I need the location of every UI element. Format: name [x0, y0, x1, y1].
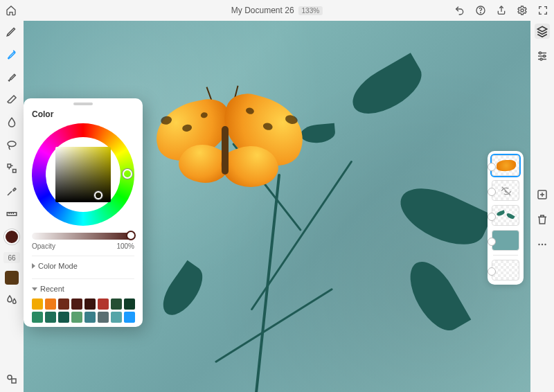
- layer-thumb-hidden[interactable]: [492, 180, 519, 201]
- help-icon[interactable]: [475, 5, 486, 16]
- sliders-icon[interactable]: [535, 48, 550, 64]
- recent-color-swatch[interactable]: [45, 299, 56, 310]
- color-mode-row[interactable]: Color Mode: [32, 256, 134, 273]
- recent-row[interactable]: Recent: [32, 278, 134, 296]
- recent-color-swatch[interactable]: [32, 299, 43, 310]
- undo-icon[interactable]: [454, 5, 465, 16]
- svg-point-9: [540, 58, 542, 60]
- svg-point-8: [544, 55, 546, 57]
- opacity-slider[interactable]: [32, 233, 134, 240]
- recent-colors-grid: [32, 299, 134, 323]
- layer-visibility-toggle[interactable]: [488, 238, 496, 246]
- right-rail: [530, 21, 554, 392]
- layer-thumb-background[interactable]: [492, 230, 519, 251]
- artwork-stem: [215, 288, 333, 364]
- svg-rect-6: [12, 379, 16, 383]
- opacity-label: Opacity: [32, 242, 55, 250]
- color-popover: Color Opacity 100% Color Mode Recent: [24, 98, 143, 327]
- recent-color-swatch[interactable]: [71, 312, 82, 323]
- smudge-tool[interactable]: [4, 115, 19, 130]
- artwork-leaf: [400, 253, 472, 339]
- artwork-butterfly: [155, 90, 301, 194]
- recent-color-swatch[interactable]: [45, 312, 56, 323]
- color-mode-label: Color Mode: [38, 262, 78, 270]
- layer-visibility-toggle[interactable]: [488, 163, 496, 171]
- saturation-value-box[interactable]: [55, 147, 111, 202]
- opacity-thumb[interactable]: [126, 231, 136, 240]
- layer-visibility-toggle[interactable]: [488, 188, 496, 196]
- recent-color-swatch[interactable]: [58, 299, 69, 310]
- document-title: My Document 26: [231, 6, 294, 15]
- layers-icon[interactable]: [535, 24, 550, 39]
- paint-tool[interactable]: [4, 69, 19, 84]
- recent-color-swatch[interactable]: [98, 312, 109, 323]
- left-tool-rail: 66: [0, 21, 24, 392]
- color-panel-title: Color: [32, 109, 134, 119]
- layer-visibility-toggle[interactable]: [488, 213, 496, 221]
- svg-point-11: [538, 244, 539, 245]
- gear-icon[interactable]: [517, 5, 528, 16]
- recent-color-swatch[interactable]: [98, 299, 109, 310]
- fullscreen-icon[interactable]: [537, 5, 548, 16]
- svg-point-13: [544, 244, 546, 245]
- svg-point-3: [8, 141, 16, 147]
- add-layer-icon[interactable]: [535, 187, 550, 202]
- sv-cursor[interactable]: [94, 191, 102, 199]
- trash-icon[interactable]: [535, 212, 550, 227]
- color-wheel[interactable]: [32, 123, 134, 226]
- opacity-value: 100%: [116, 242, 134, 250]
- chevron-right-icon: [32, 263, 35, 269]
- artwork-leaf: [392, 177, 492, 256]
- recent-color-swatch[interactable]: [84, 312, 96, 323]
- primary-color-swatch[interactable]: [4, 229, 19, 244]
- pencil-tool[interactable]: [4, 24, 19, 39]
- more-icon[interactable]: [535, 237, 550, 252]
- artwork-leaf: [156, 260, 211, 321]
- layers-panel: [488, 151, 524, 285]
- recent-label: Recent: [40, 285, 64, 293]
- brush-size-badge[interactable]: 66: [3, 252, 20, 263]
- hue-cursor[interactable]: [123, 169, 132, 179]
- recent-color-swatch[interactable]: [111, 299, 122, 310]
- recent-color-swatch[interactable]: [124, 299, 135, 310]
- secondary-color-swatch[interactable]: [5, 271, 19, 285]
- home-icon[interactable]: [6, 5, 17, 16]
- artwork-leaf: [345, 53, 430, 124]
- recent-color-swatch[interactable]: [111, 312, 122, 323]
- popover-drag-handle[interactable]: [73, 103, 93, 105]
- artwork-leaf: [300, 123, 336, 144]
- svg-point-12: [542, 244, 543, 245]
- transform-tool[interactable]: [4, 161, 19, 176]
- layer-thumb-leaves[interactable]: [492, 205, 519, 226]
- svg-point-5: [8, 375, 12, 380]
- layer-thumb-butterfly[interactable]: [492, 155, 519, 176]
- chevron-down-icon: [32, 287, 37, 291]
- layer-visibility-toggle[interactable]: [488, 267, 496, 276]
- top-bar: My Document 26 133%: [0, 0, 554, 21]
- recent-color-swatch[interactable]: [84, 299, 96, 310]
- water-tool[interactable]: [4, 292, 19, 308]
- brush-tool[interactable]: [4, 46, 19, 62]
- recent-color-swatch[interactable]: [124, 312, 135, 323]
- lasso-tool[interactable]: [4, 138, 19, 153]
- recent-color-swatch[interactable]: [58, 312, 69, 323]
- svg-point-2: [521, 9, 524, 12]
- svg-point-7: [539, 52, 542, 54]
- layer-separator: [493, 255, 518, 256]
- share-icon[interactable]: [496, 5, 507, 16]
- eyedropper-tool[interactable]: [4, 184, 19, 199]
- layer-thumb-empty[interactable]: [492, 260, 519, 280]
- svg-point-1: [481, 12, 481, 13]
- shapes-tool[interactable]: [4, 371, 19, 386]
- eraser-tool[interactable]: [4, 92, 19, 107]
- ruler-tool[interactable]: [4, 206, 19, 222]
- zoom-badge[interactable]: 133%: [298, 6, 323, 15]
- recent-color-swatch[interactable]: [32, 312, 43, 323]
- recent-color-swatch[interactable]: [71, 299, 82, 310]
